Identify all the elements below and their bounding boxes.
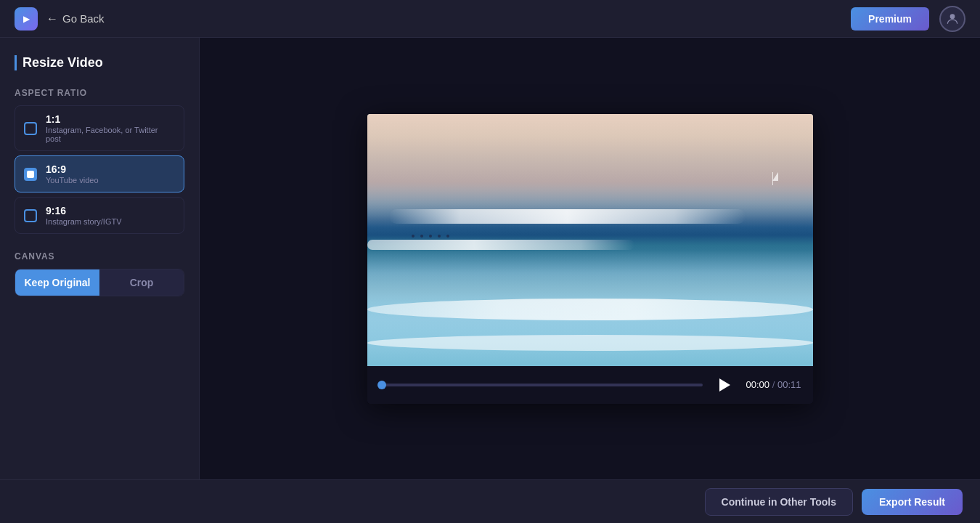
time-total: 00:11 bbox=[777, 379, 801, 390]
sailboat-icon bbox=[768, 169, 777, 185]
canvas-label: Canvas bbox=[15, 251, 184, 262]
surfer-dot-1 bbox=[412, 235, 415, 238]
video-area: 00:00 / 00:11 bbox=[200, 38, 980, 479]
time-divider: / bbox=[772, 379, 777, 390]
aspect-option-9-16[interactable]: 9:16 Instagram story/IGTV bbox=[15, 197, 184, 234]
aspect-info-1-1: 1:1 Instagram, Facebook, or Twitter post bbox=[46, 113, 175, 143]
progress-bar[interactable] bbox=[379, 384, 703, 386]
aspect-ratio-value-9-16: 9:16 bbox=[46, 205, 122, 216]
time-display: 00:00 / 00:11 bbox=[746, 379, 801, 390]
main-container: Resize Video Aspect Ratio 1:1 Instagram,… bbox=[0, 38, 980, 479]
bottom-bar: Continue in Other Tools Export Result bbox=[0, 479, 980, 523]
video-frame bbox=[367, 114, 813, 366]
foam-2 bbox=[367, 240, 634, 250]
surfer-dot-3 bbox=[429, 235, 432, 238]
aspect-ratio-desc-16-9: YouTube video bbox=[46, 176, 99, 185]
logo-icon: ▶ bbox=[23, 14, 30, 24]
aspect-checkbox-16-9 bbox=[24, 168, 37, 181]
play-button[interactable] bbox=[713, 373, 736, 397]
continue-in-other-tools-button[interactable]: Continue in Other Tools bbox=[705, 488, 853, 516]
aspect-info-9-16: 9:16 Instagram story/IGTV bbox=[46, 205, 122, 226]
header-right: Premium bbox=[851, 6, 965, 32]
progress-dot bbox=[377, 381, 386, 389]
header: ▶ ← Go Back Premium bbox=[0, 0, 980, 38]
go-back-label: Go Back bbox=[62, 12, 105, 25]
aspect-info-16-9: 16:9 YouTube video bbox=[46, 163, 99, 185]
surfer-dot-4 bbox=[438, 235, 441, 238]
surfer-dot-2 bbox=[420, 235, 423, 238]
aspect-ratio-value-1-1: 1:1 bbox=[46, 113, 175, 125]
surfer-dot-5 bbox=[446, 235, 449, 238]
go-back-button[interactable]: ← Go Back bbox=[46, 12, 105, 25]
header-left: ▶ ← Go Back bbox=[15, 7, 105, 31]
canvas-section: Canvas Keep Original Crop bbox=[15, 251, 184, 296]
sidebar: Resize Video Aspect Ratio 1:1 Instagram,… bbox=[0, 38, 200, 479]
aspect-option-16-9[interactable]: 16:9 YouTube video bbox=[15, 155, 184, 192]
aspect-checkbox-9-16 bbox=[24, 209, 37, 222]
foam-3 bbox=[367, 299, 813, 320]
keep-original-button[interactable]: Keep Original bbox=[15, 269, 99, 296]
video-player-container: 00:00 / 00:11 bbox=[367, 114, 813, 404]
foam-4 bbox=[367, 335, 813, 351]
aspect-checkbox-inner-16-9 bbox=[27, 171, 34, 178]
aspect-ratio-label: Aspect Ratio bbox=[15, 88, 184, 98]
aspect-ratio-desc-9-16: Instagram story/IGTV bbox=[46, 217, 122, 226]
premium-button[interactable]: Premium bbox=[851, 7, 929, 31]
app-logo: ▶ bbox=[15, 7, 38, 31]
export-result-button[interactable]: Export Result bbox=[862, 489, 963, 515]
svg-point-0 bbox=[950, 14, 955, 19]
crop-button[interactable]: Crop bbox=[99, 269, 184, 296]
aspect-ratio-desc-1-1: Instagram, Facebook, or Twitter post bbox=[46, 126, 175, 143]
aspect-ratio-options: 1:1 Instagram, Facebook, or Twitter post… bbox=[15, 105, 184, 234]
aspect-ratio-value-16-9: 16:9 bbox=[46, 163, 99, 175]
video-controls: 00:00 / 00:11 bbox=[367, 366, 813, 404]
canvas-buttons: Keep Original Crop bbox=[15, 269, 184, 296]
aspect-option-1-1[interactable]: 1:1 Instagram, Facebook, or Twitter post bbox=[15, 105, 184, 151]
time-current: 00:00 bbox=[746, 379, 770, 390]
user-icon bbox=[945, 12, 960, 26]
foam-1 bbox=[389, 209, 746, 224]
surfer-dots bbox=[412, 235, 449, 238]
aspect-checkbox-1-1 bbox=[24, 122, 37, 135]
avatar[interactable] bbox=[939, 6, 965, 32]
sidebar-title: Resize Video bbox=[15, 55, 184, 70]
video-scene bbox=[367, 114, 813, 366]
back-arrow-icon: ← bbox=[46, 12, 58, 25]
play-icon bbox=[719, 378, 730, 392]
